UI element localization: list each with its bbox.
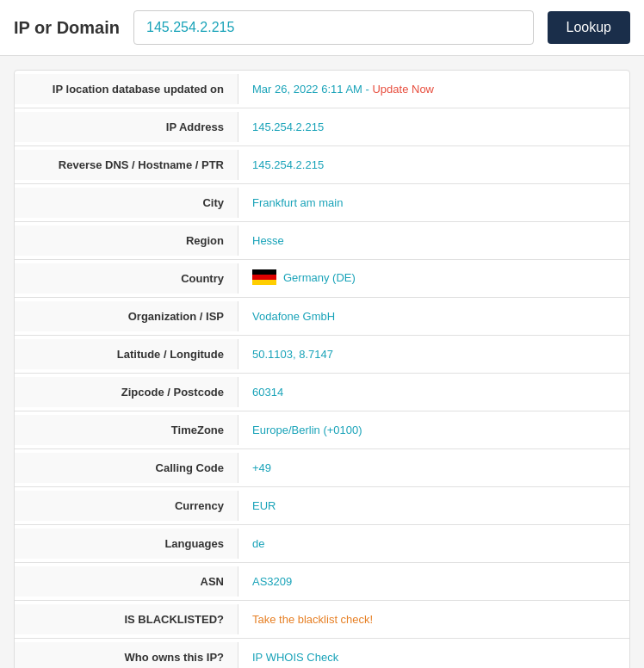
row-value: AS3209: [238, 566, 629, 597]
row-label: Calling Code: [15, 453, 238, 483]
row-value: Hesse: [238, 226, 629, 256]
row-value: EUR: [238, 491, 629, 521]
row-value: 145.254.2.215: [238, 112, 629, 142]
table-row: Organization / ISPVodafone GmbH: [15, 298, 629, 336]
table-row: IP location database updated onMar 26, 2…: [15, 71, 629, 108]
row-value[interactable]: Mar 26, 2022 6:11 AM - Update Now: [238, 74, 629, 104]
row-label: Who owns this IP?: [15, 642, 238, 668]
search-input[interactable]: [133, 10, 534, 45]
table-row: ASNAS3209: [15, 563, 629, 601]
svg-rect-1: [252, 275, 276, 280]
row-label: IS BLACKLISTED?: [15, 604, 238, 634]
row-value: 50.1103, 8.7147: [238, 339, 629, 369]
row-value: 145.254.2.215: [238, 150, 629, 180]
row-value[interactable]: Germany (DE): [238, 261, 629, 296]
table-row: Zipcode / Postcode60314: [15, 374, 629, 411]
table-row: CityFrankfurt am main: [15, 184, 629, 222]
row-value: de: [238, 529, 629, 559]
table-row: CurrencyEUR: [15, 487, 629, 525]
header-bar: IP or Domain Lookup: [0, 0, 644, 56]
table-row: Latitude / Longitude50.1103, 8.7147: [15, 336, 629, 374]
row-label: Languages: [15, 529, 238, 559]
update-now-link[interactable]: Update Now: [372, 83, 434, 96]
row-label: Zipcode / Postcode: [15, 377, 238, 407]
table-row: RegionHesse: [15, 222, 629, 260]
flag-icon: [252, 269, 276, 285]
row-value: Frankfurt am main: [238, 188, 629, 218]
table-row: IP Address145.254.2.215: [15, 108, 629, 146]
table-row: Calling Code+49: [15, 449, 629, 487]
table-row: Who owns this IP?IP WHOIS Check: [15, 639, 629, 668]
whois-check-link[interactable]: IP WHOIS Check: [252, 651, 338, 664]
row-label: Organization / ISP: [15, 301, 238, 331]
row-label: IP location database updated on: [15, 74, 238, 104]
row-value[interactable]: IP WHOIS Check: [238, 642, 629, 668]
svg-rect-2: [252, 280, 276, 285]
row-value: Europe/Berlin (+0100): [238, 415, 629, 445]
row-label: Country: [15, 263, 238, 294]
row-label: IP Address: [15, 112, 238, 142]
row-label: Currency: [15, 491, 238, 521]
country-name: Germany (DE): [283, 271, 356, 284]
row-label: City: [15, 188, 238, 218]
result-container: IP location database updated onMar 26, 2…: [14, 70, 630, 668]
table-row: TimeZoneEurope/Berlin (+0100): [15, 411, 629, 449]
row-value: 60314: [238, 377, 629, 407]
lookup-button[interactable]: Lookup: [548, 11, 631, 44]
row-label: Region: [15, 226, 238, 256]
blacklist-check-link[interactable]: Take the blacklist check!: [252, 613, 373, 626]
row-label: ASN: [15, 566, 238, 597]
row-label: Reverse DNS / Hostname / PTR: [15, 150, 238, 180]
row-value: Vodafone GmbH: [238, 301, 629, 331]
table-row: CountryGermany (DE): [15, 260, 629, 298]
table-row: IS BLACKLISTED?Take the blacklist check!: [15, 601, 629, 639]
country-container: Germany (DE): [252, 269, 356, 285]
svg-rect-0: [252, 269, 276, 275]
table-row: Reverse DNS / Hostname / PTR145.254.2.21…: [15, 146, 629, 184]
row-value: +49: [238, 453, 629, 483]
db-update-date: Mar 26, 2022 6:11 AM -: [252, 83, 372, 96]
header-label: IP or Domain: [14, 18, 120, 38]
row-label: TimeZone: [15, 415, 238, 445]
row-value[interactable]: Take the blacklist check!: [238, 604, 629, 634]
row-label: Latitude / Longitude: [15, 339, 238, 369]
table-row: Languagesde: [15, 525, 629, 563]
